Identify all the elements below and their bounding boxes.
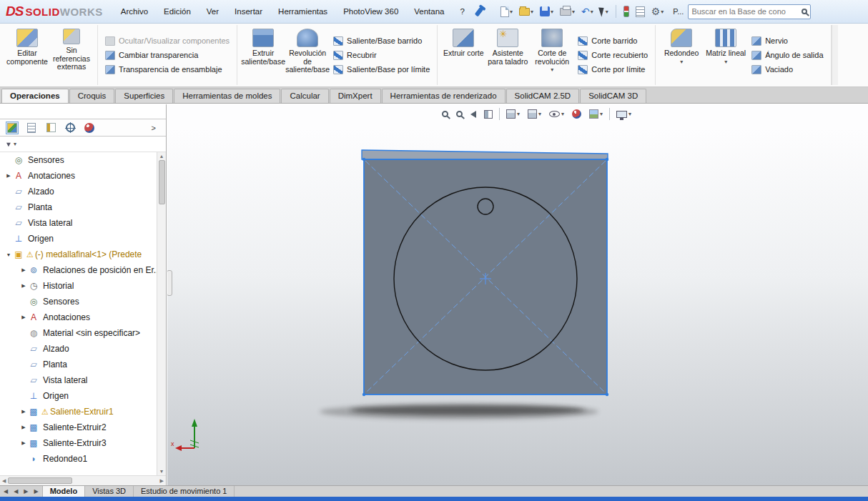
expand-arrow-icon[interactable]: ▶ (4, 173, 13, 179)
tree-item[interactable]: ◗ Redondeo1 (0, 451, 157, 467)
graphics-viewport[interactable]: ▾ ▾ ▾ ▾ ▾ (167, 104, 868, 485)
expand-arrow-icon[interactable]: ▼ (4, 252, 13, 257)
filter-funnel-icon[interactable]: ▼ (5, 141, 12, 148)
tree-item[interactable]: ▶ A Anotaciones (0, 168, 157, 184)
tree-item[interactable]: ▱ Vista lateral (0, 215, 157, 231)
search-icon[interactable] (802, 9, 807, 14)
assembly-transparency-button[interactable]: Transparencia de ensamblaje (103, 64, 232, 75)
menu-photoview[interactable]: PhotoView 360 (335, 4, 406, 19)
tab-solidcam-25d[interactable]: SolidCAM 2.5D (506, 89, 580, 103)
select-button[interactable]: ▾ (598, 5, 611, 18)
tab-calcular[interactable]: Calcular (281, 89, 328, 103)
tab-estudio-de-movimiento[interactable]: Estudio de movimiento 1 (134, 486, 235, 497)
revolve-cut-button[interactable]: Corte de revolución ▾ (530, 25, 574, 85)
swept-boss-button[interactable]: Saliente/Base barrido (331, 36, 432, 46)
change-transparency-button[interactable]: Cambiar transparencia (103, 50, 232, 61)
tab-scroll-next-icon[interactable]: ▶ (22, 488, 29, 495)
scroll-up-icon[interactable]: ▲ (159, 152, 164, 160)
scrollbar-thumb[interactable] (8, 477, 72, 484)
tree-item[interactable]: ▱ Alzado (0, 341, 157, 357)
tree-item[interactable]: ⊥ Origen (0, 231, 157, 247)
tree-item[interactable]: ◍ Material <sin especificar> (0, 325, 157, 341)
boundary-boss-button[interactable]: Saliente/Base por límite (331, 64, 432, 75)
tree-item[interactable]: ▶ ◷ Historial (0, 278, 157, 294)
tab-dimxpert[interactable]: DimXpert (330, 89, 381, 103)
search-input[interactable] (691, 7, 802, 16)
tab-scroll-end-icon[interactable]: ▶ (32, 488, 39, 495)
print-button[interactable]: ▾ (558, 6, 577, 17)
expand-arrow-icon[interactable]: ▶ (19, 440, 28, 446)
displaymanager-tab[interactable] (83, 121, 96, 134)
no-external-references-button[interactable]: Sin referencias externas (49, 25, 94, 85)
expand-arrow-icon[interactable]: ▶ (19, 267, 28, 273)
tree-item[interactable]: ◎ Sensores (0, 152, 157, 168)
menu-edicion[interactable]: Edición (156, 4, 199, 19)
menu-help[interactable]: ? (453, 4, 473, 19)
tree-item[interactable]: ▶ ⊚ Relaciones de posición en Er... (0, 262, 157, 278)
tab-modelo[interactable]: Modelo (42, 486, 86, 497)
tab-superficies[interactable]: Superficies (115, 89, 173, 103)
save-button[interactable]: ▾ (538, 5, 556, 18)
menu-herramientas[interactable]: Herramientas (270, 4, 335, 19)
tree-item[interactable]: ▱ Vista lateral (0, 372, 157, 388)
expand-arrow-icon[interactable]: ▶ (19, 314, 28, 320)
boundary-cut-button[interactable]: Corte por límite (576, 64, 650, 75)
model-canvas[interactable]: x (167, 104, 868, 485)
scroll-left-icon[interactable]: ◀ (0, 478, 8, 484)
dropdown-caret-icon[interactable]: ▾ (724, 58, 727, 66)
rebuild-button[interactable] (621, 4, 631, 19)
tab-scroll-start-icon[interactable]: ◀ (2, 488, 9, 495)
tab-croquis[interactable]: Croquis (69, 89, 115, 103)
scroll-down-icon[interactable]: ▼ (159, 467, 164, 475)
fillet-button[interactable]: Redondeo ▾ (659, 25, 704, 85)
extrude-cut-button[interactable]: Extruir corte (441, 25, 485, 85)
tab-solidcam-3d[interactable]: SolidCAM 3D (580, 89, 646, 103)
tree-item[interactable]: ▼ ▣ ⚠ (-) medallafinal<1> (Predete (0, 247, 157, 262)
menu-insertar[interactable]: Insertar (227, 4, 270, 19)
dropdown-caret-icon[interactable]: ▾ (551, 66, 553, 74)
tree-item[interactable]: ▶ ▩ ⚠ Saliente-Extruir1 (0, 404, 157, 420)
tree-item[interactable]: ▱ Planta (0, 357, 157, 372)
tab-scroll-prev-icon[interactable]: ◀ (12, 488, 19, 495)
featuremanager-tree-tab[interactable] (6, 121, 19, 134)
tree-item[interactable]: ▱ Planta (0, 199, 157, 215)
tab-vistas-3d[interactable]: Vistas 3D (85, 486, 134, 497)
swept-cut-button[interactable]: Corte barrido (576, 36, 650, 46)
tree-horizontal-scrollbar[interactable]: ◀ ▶ (0, 475, 166, 485)
draft-button[interactable]: Ángulo de salida (749, 50, 825, 61)
pin-menu-icon[interactable] (475, 6, 484, 16)
dimxpertmanager-tab[interactable] (64, 121, 77, 134)
expand-arrow-icon[interactable]: ▶ (19, 409, 28, 415)
propertymanager-tab[interactable] (25, 121, 38, 134)
tab-herramientas-de-renderizado[interactable]: Herramientas de renderizado (382, 89, 505, 103)
options-button[interactable]: ⚙▾ (649, 5, 666, 18)
configurationmanager-tab[interactable] (44, 121, 57, 134)
menu-archivo[interactable]: Archivo (113, 4, 156, 19)
dropdown-caret-icon[interactable]: ▾ (680, 58, 683, 66)
new-document-button[interactable]: ▾ (498, 5, 515, 19)
revolve-boss-button[interactable]: Revolución de saliente/base (285, 25, 330, 85)
shell-button[interactable]: Vaciado (749, 64, 825, 75)
expand-arrow-icon[interactable]: ▶ (19, 283, 28, 289)
tree-item[interactable]: ⊥ Origen (0, 388, 157, 404)
scrollbar-thumb[interactable] (159, 160, 165, 204)
rib-button[interactable]: Nervio (749, 36, 825, 46)
lofted-cut-button[interactable]: Corte recubierto (576, 50, 650, 61)
ribbon-overflow-strip[interactable] (832, 25, 838, 85)
edit-component-button[interactable]: Editar componente (5, 25, 49, 85)
tree-item[interactable]: ▶ A Anotaciones (0, 309, 157, 325)
open-document-button[interactable]: ▾ (517, 6, 536, 17)
linear-pattern-button[interactable]: Matriz lineal ▾ (704, 25, 748, 85)
tree-item[interactable]: ▶ ▩ Saliente-Extruir2 (0, 420, 157, 435)
extrude-boss-button[interactable]: Extruir saliente/base (241, 25, 285, 85)
tab-operaciones[interactable]: Operaciones (1, 89, 69, 103)
hole-wizard-button[interactable]: Asistente para taladro (485, 25, 530, 85)
tree-item[interactable]: ▱ Alzado (0, 184, 157, 199)
menu-ventana[interactable]: Ventana (406, 4, 452, 19)
panel-expand-chevron[interactable]: > (147, 122, 160, 134)
loft-boss-button[interactable]: Recubrir (331, 50, 432, 61)
expand-arrow-icon[interactable]: ▶ (19, 425, 28, 430)
tab-herramientas-de-moldes[interactable]: Herramientas de moldes (174, 89, 280, 103)
scroll-right-icon[interactable]: ▶ (158, 478, 166, 484)
tree-item[interactable]: ◎ Sensores (0, 294, 157, 309)
